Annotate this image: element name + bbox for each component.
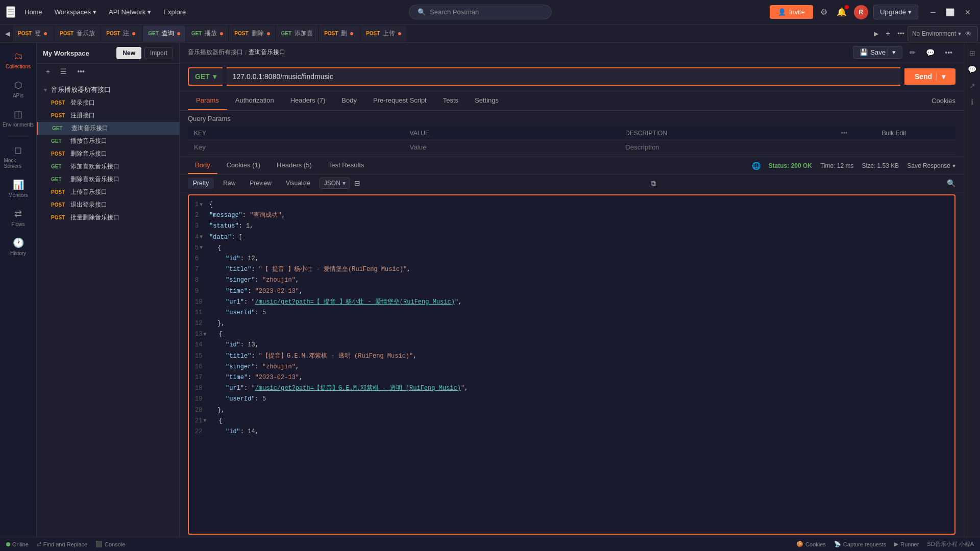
view-preview[interactable]: Preview — [244, 178, 277, 189]
tab-0[interactable]: POST 登 — [13, 26, 54, 42]
statusbar-runner[interactable]: ▶ Runner — [894, 540, 919, 548]
status-online[interactable]: Online — [6, 541, 29, 547]
resp-tab-body[interactable]: Body — [188, 157, 217, 174]
tab-3[interactable]: GET 查询 — [143, 26, 185, 42]
tab-2[interactable]: POST 注 — [101, 26, 142, 42]
sidebar-item-monitors[interactable]: 📊 Monitors — [2, 175, 35, 202]
right-info-icon[interactable]: ℹ — [969, 96, 975, 108]
tab-label: 播放 — [205, 29, 217, 38]
resp-tab-headers[interactable]: Headers (5) — [270, 157, 319, 174]
tab-scroll-right[interactable]: ▶ — [871, 30, 881, 37]
save-button[interactable]: 💾 Save ▾ — [853, 46, 902, 59]
method-select[interactable]: GET ▾ — [188, 67, 223, 86]
nav-explore[interactable]: Explore — [158, 6, 191, 18]
maximize-button[interactable]: ⬜ — [943, 7, 958, 17]
tree-item-4[interactable]: POST 删除音乐接口 — [37, 147, 179, 160]
upgrade-button[interactable]: Upgrade▾ — [873, 5, 918, 19]
search-response-button[interactable]: 🔍 — [947, 179, 955, 187]
tree-item-1[interactable]: POST 注册接口 — [37, 109, 179, 122]
sidebar-item-apis[interactable]: ⬡ APIs — [2, 76, 35, 103]
tab-4[interactable]: GET 播放 — [186, 26, 229, 42]
tab-6[interactable]: GET 添加喜 — [276, 26, 318, 42]
tab-8[interactable]: POST 上传 — [361, 26, 406, 42]
find-replace-button[interactable]: ⇄ Find and Replace — [37, 541, 87, 547]
new-button[interactable]: New — [116, 47, 141, 59]
right-share-icon[interactable]: ↗ — [967, 80, 977, 92]
panel-more-button[interactable]: ••• — [74, 66, 88, 77]
tree-item-5[interactable]: GET 添加喜欢音乐接口 — [37, 160, 179, 173]
statusbar-capture[interactable]: 📡 Capture requests — [834, 540, 886, 548]
tab-authorization[interactable]: Authorization — [227, 91, 282, 110]
sidebar-item-collections[interactable]: 🗂 Collections — [2, 47, 35, 73]
right-panel-toggle[interactable]: ⊞ — [967, 47, 977, 59]
tab-5[interactable]: POST 删除 — [229, 26, 275, 42]
tab-scroll-left[interactable]: ◀ — [2, 30, 13, 37]
save-response-button[interactable]: Save Response ▾ — [907, 162, 955, 169]
sidebar-item-flows[interactable]: ⇄ Flows — [2, 204, 35, 231]
list-view-button[interactable]: ☰ — [57, 66, 70, 77]
tab-7[interactable]: POST 删 — [319, 26, 360, 42]
cookies-link[interactable]: Cookies — [932, 97, 955, 105]
tab-params[interactable]: Params — [188, 91, 227, 110]
resp-tab-test-results[interactable]: Test Results — [321, 157, 372, 174]
avatar[interactable]: R — [854, 5, 868, 19]
environment-select[interactable]: No Environment ▾ 👁 — [908, 26, 978, 41]
minimize-button[interactable]: ─ — [927, 7, 939, 17]
tab-1[interactable]: POST 音乐放 — [55, 26, 100, 42]
filter-icon[interactable]: ⊟ — [354, 179, 360, 187]
view-raw[interactable]: Raw — [218, 178, 240, 189]
invite-button[interactable]: 👤 Invite — [770, 5, 813, 19]
search-input[interactable]: 🔍 Search Postman — [409, 5, 552, 19]
import-button[interactable]: Import — [144, 47, 173, 59]
tab-pre-request[interactable]: Pre-request Script — [365, 91, 435, 110]
url-input[interactable] — [227, 67, 900, 86]
tree-item-0[interactable]: POST 登录接口 — [37, 96, 179, 109]
collection-root[interactable]: ▼ 音乐播放器所有接口 — [37, 83, 179, 96]
json-response-container[interactable]: 1 ▼ { 2 "message": "查询成功", 3 "status": 1… — [188, 194, 955, 535]
settings-icon[interactable]: ⚙ — [818, 5, 829, 19]
send-dropdown-arrow[interactable]: ▾ — [936, 72, 945, 81]
view-visualize[interactable]: Visualize — [281, 178, 315, 189]
value-input[interactable] — [410, 143, 614, 151]
copy-button[interactable]: ⧉ — [651, 179, 656, 188]
tree-item-9[interactable]: POST 批量删除音乐接口 — [37, 211, 179, 224]
sidebar-item-mock-servers[interactable]: ◻ Mock Servers — [2, 140, 35, 173]
tab-settings[interactable]: Settings — [467, 91, 507, 110]
sidebar-item-environments[interactable]: ◫ Environments — [2, 105, 35, 132]
tab-headers[interactable]: Headers (7) — [282, 91, 334, 110]
resp-tab-cookies[interactable]: Cookies (1) — [219, 157, 267, 174]
send-button[interactable]: Send ▾ — [904, 68, 955, 85]
tree-item-8[interactable]: POST 退出登录接口 — [37, 198, 179, 211]
menu-icon[interactable]: ☰ — [6, 6, 15, 18]
nav-api-network[interactable]: API Network ▾ — [104, 6, 156, 18]
breadcrumb-collection[interactable]: 音乐播放器所有接口 — [188, 48, 243, 57]
bulk-edit-btn[interactable]: Bulk Edit — [876, 127, 955, 140]
tree-item-3[interactable]: GET 播放音乐接口 — [37, 135, 179, 147]
tree-item-7[interactable]: POST 上传音乐接口 — [37, 186, 179, 198]
close-button[interactable]: ✕ — [962, 7, 974, 17]
nav-home[interactable]: Home — [19, 6, 47, 18]
sidebar-item-history[interactable]: 🕐 History — [2, 233, 35, 260]
statusbar-cookies[interactable]: 🍪 Cookies — [796, 540, 826, 548]
tab-body[interactable]: Body — [333, 91, 365, 110]
console-button[interactable]: ⬛ Console — [95, 541, 125, 547]
env-eye-icon[interactable]: 👁 — [963, 28, 973, 39]
view-pretty[interactable]: Pretty — [188, 178, 214, 189]
edit-icon[interactable]: ✏ — [906, 46, 919, 59]
tab-more-button[interactable]: ••• — [894, 30, 908, 37]
comment-icon[interactable]: 💬 — [923, 46, 938, 59]
tree-item-2[interactable]: GET 查询音乐接口 — [37, 122, 179, 135]
tab-tests[interactable]: Tests — [435, 91, 467, 110]
tree-item-6[interactable]: GET 删除喜欢音乐接口 — [37, 173, 179, 186]
right-comment-icon[interactable]: 💬 — [966, 63, 978, 76]
tab-add-button[interactable]: + — [881, 29, 894, 38]
save-dropdown-arrow[interactable]: ▾ — [888, 48, 896, 56]
key-input[interactable] — [194, 143, 398, 151]
format-select[interactable]: JSON ▾ — [320, 178, 350, 189]
nav-workspaces[interactable]: Workspaces ▾ — [50, 6, 102, 18]
request-more-button[interactable]: ••• — [942, 46, 955, 59]
add-collection-button[interactable]: + — [43, 66, 53, 77]
globe-icon[interactable]: 🌐 — [752, 162, 761, 170]
notifications-icon[interactable]: 🔔 — [835, 5, 849, 19]
desc-input[interactable] — [625, 143, 829, 151]
